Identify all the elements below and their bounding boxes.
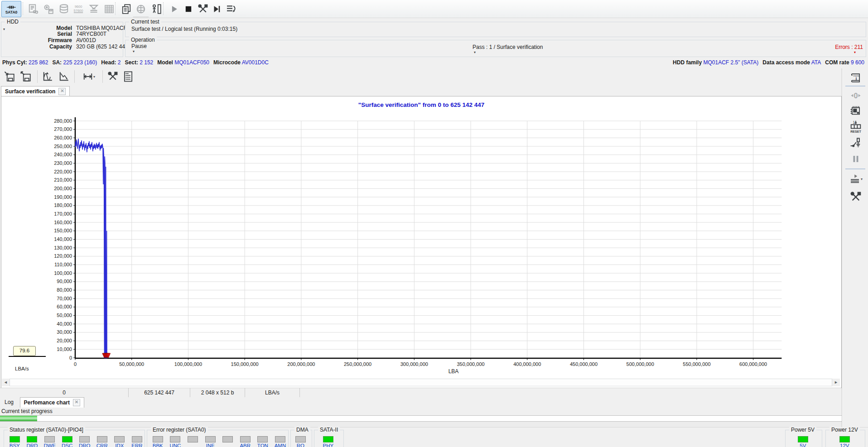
current-speed-badge: 79.6	[13, 346, 36, 356]
scroll-left-icon[interactable]: ◄	[2, 379, 10, 386]
svg-text:210,000: 210,000	[54, 177, 72, 183]
lamp-label: 12V	[836, 443, 854, 447]
hw-microcode: Microcode AV001D0C	[213, 59, 269, 66]
svg-text:57600: 57600	[74, 9, 83, 13]
stop-test-button[interactable]	[180, 1, 197, 17]
lamp-bsy: BSY	[6, 436, 24, 447]
tab-log[interactable]: Log	[1, 397, 17, 407]
operation-dropdown-arrow[interactable]: ▾	[133, 50, 135, 53]
tab-perfomance-chart[interactable]: Perfomance chart✕	[20, 397, 84, 408]
power-commands-button[interactable]: ▾	[847, 172, 865, 186]
span-ruler-icon	[82, 71, 93, 82]
database-icon	[58, 4, 69, 14]
lamp-label: IDX	[111, 443, 129, 447]
chart-report-button[interactable]	[121, 70, 135, 83]
lamp-indicator	[170, 436, 180, 442]
statusbar-cell-0: 0	[0, 388, 129, 397]
lamp-err: ERR	[128, 436, 146, 447]
lamp-bbk: BBK	[149, 436, 167, 447]
svg-text:170,000: 170,000	[54, 211, 72, 216]
service-tools-button[interactable]	[847, 190, 865, 204]
svg-text:180,000: 180,000	[54, 202, 72, 208]
chart-wave-icon	[42, 71, 53, 82]
lamp-amn: AMN	[271, 436, 289, 447]
start-test-button[interactable]	[166, 1, 182, 17]
svg-text:120,000: 120,000	[54, 253, 72, 259]
chip-resources-button[interactable]	[847, 104, 865, 118]
chart-slope-button[interactable]	[57, 70, 71, 83]
settings-save-button[interactable]	[40, 1, 57, 17]
lamp-label: BSY	[6, 443, 24, 447]
svg-text:200,000: 200,000	[54, 186, 72, 191]
tab-close-icon[interactable]: ✕	[73, 399, 80, 406]
power-commands-icon	[849, 173, 861, 184]
lamp-label: 5V	[794, 443, 812, 447]
statusbar-cell-1: 625 142 447	[129, 388, 190, 397]
svg-text:140,000: 140,000	[54, 236, 72, 242]
speed-indicator-line	[9, 356, 46, 357]
chart-wave-button[interactable]	[41, 70, 54, 83]
chart-horizontal-scrollbar[interactable]: ◄ ►	[2, 379, 840, 386]
floppy-import-icon	[4, 71, 15, 82]
svg-text:260,000: 260,000	[54, 135, 72, 140]
script-run-icon	[226, 4, 236, 14]
hdd-panel: HDD ▾ ModelTOSHIBA MQ01ACF032Serial74RYC…	[1, 22, 123, 57]
baud-rate-button[interactable]: 960057600	[70, 1, 87, 17]
skip-button[interactable]	[208, 1, 225, 17]
terminal-button[interactable]: 0	[847, 88, 865, 103]
x-axis-label: LBA	[448, 368, 459, 375]
scroll-right-icon[interactable]: ►	[832, 379, 840, 386]
pause-icon	[851, 154, 861, 164]
span-select-button[interactable]: ▾	[78, 70, 100, 83]
test-script-button[interactable]	[223, 1, 239, 17]
span-dropdown-arrow[interactable]: ▾	[93, 75, 95, 79]
hdd-field-serial: Serial74RYCB00T	[1, 31, 123, 37]
hw-sect: Sect: 2 152	[125, 59, 154, 66]
svg-text:150,000: 150,000	[54, 228, 72, 233]
svg-text:20,000: 20,000	[57, 338, 72, 343]
pass-dropdown-arrow[interactable]: ▾	[474, 51, 476, 54]
device-dropdown-arrow[interactable]: ▾	[3, 28, 5, 31]
errors-dropdown-arrow[interactable]: ▾	[854, 51, 856, 54]
baud-rate-icon: 960057600	[72, 4, 84, 14]
speed-unit-label: LBA/s	[15, 366, 29, 371]
chart-toolbar: ▾	[0, 68, 842, 85]
chart-settings-button[interactable]	[106, 70, 120, 83]
import-data-button[interactable]	[3, 70, 16, 83]
current-test-status: Surface test / Logical test (Running 0:0…	[131, 26, 237, 32]
export-data-button[interactable]	[19, 70, 33, 83]
disk-image-button[interactable]	[133, 1, 149, 17]
svg-text:230,000: 230,000	[54, 160, 72, 166]
status-register-group: Status register (SATA0)-[PIO4]BSYDRDDWFD…	[4, 430, 145, 447]
passport-button[interactable]: 0101i	[847, 71, 865, 85]
terminal-zero-icon: 0	[849, 90, 862, 101]
power-dropdown-arrow[interactable]: ▾	[861, 177, 863, 181]
lamp-drq: DRQ	[76, 436, 93, 447]
svg-text:240,000: 240,000	[54, 152, 72, 157]
pause-device-button[interactable]	[847, 152, 865, 166]
tab-close-icon[interactable]: ✕	[58, 88, 66, 95]
hdd-field-model: ModelTOSHIBA MQ01ACF032	[1, 25, 123, 31]
pass-info: Pass : 1 / Surface verification	[473, 44, 543, 50]
lamp-dwf: DWF	[41, 436, 58, 447]
tools-icon	[107, 71, 118, 82]
exit-button[interactable]	[148, 1, 164, 17]
copy-button[interactable]	[118, 1, 135, 17]
database-button[interactable]	[56, 1, 72, 17]
sata0-device-button[interactable]: SATA0	[1, 1, 21, 17]
probe-button[interactable]	[847, 135, 865, 150]
report-button[interactable]	[25, 1, 41, 17]
tab-surface-verification[interactable]: Surface verification ✕	[1, 86, 70, 96]
reset-button[interactable]: 1RESET	[847, 119, 865, 134]
svg-text:70,000: 70,000	[57, 296, 72, 301]
toolbar-separator	[74, 70, 75, 83]
merge-button[interactable]	[86, 1, 102, 17]
scrollbar-thumb[interactable]	[10, 379, 832, 386]
svg-text:250,000,000: 250,000,000	[344, 361, 371, 367]
lamp-indicator	[27, 436, 37, 442]
tools-icon	[850, 191, 862, 203]
lamp-label: TON	[254, 443, 272, 447]
chart-slope-icon	[58, 71, 69, 82]
grid-icon	[104, 4, 115, 14]
lamp-label: DRQ	[76, 443, 93, 447]
